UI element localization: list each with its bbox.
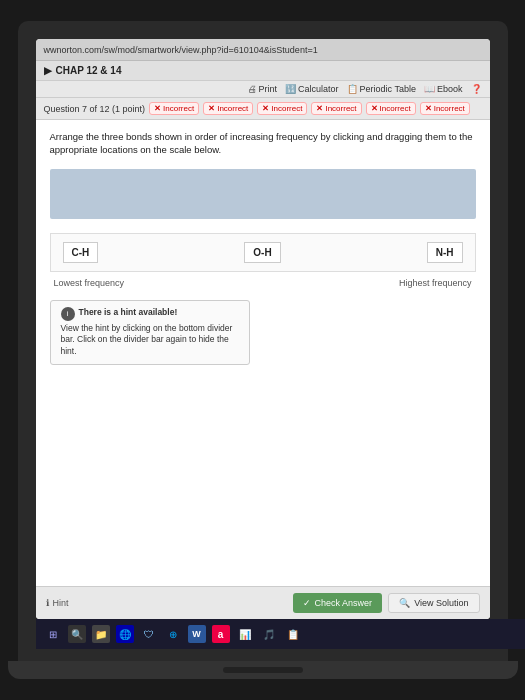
view-solution-button[interactable]: 🔍 View Solution: [388, 593, 479, 613]
attempt-4: ✕ Incorrect: [311, 102, 361, 115]
print-label: Print: [259, 84, 278, 94]
hint-link-label: Hint: [53, 598, 69, 608]
bonds-row: C-H O-H N-H: [50, 233, 476, 272]
x-icon-1: ✕: [154, 104, 161, 113]
chapter-bar: ▶ CHAP 12 & 14: [36, 61, 490, 81]
x-icon-5: ✕: [371, 104, 378, 113]
attempt-4-label: Incorrect: [325, 104, 356, 113]
bottom-bar: ℹ Hint ✓ Check Answer 🔍 View Solution: [36, 586, 490, 619]
laptop-bottom: [8, 661, 518, 679]
browser-bar: wwnorton.com/sw/mod/smartwork/view.php?i…: [36, 39, 490, 61]
question-header: Question 7 of 12 (1 point) ✕ Incorrect ✕…: [36, 98, 490, 120]
files-icon[interactable]: 📁: [92, 625, 110, 643]
ebook-label: Ebook: [437, 84, 463, 94]
attempt-2: ✕ Incorrect: [203, 102, 253, 115]
attempt-2-label: Incorrect: [217, 104, 248, 113]
table-icon: 📋: [347, 84, 358, 94]
laptop-notch: [223, 667, 303, 673]
x-icon-3: ✕: [262, 104, 269, 113]
attempt-6-label: Incorrect: [434, 104, 465, 113]
calculator-button[interactable]: 🔢 Calculator: [285, 84, 339, 94]
check-answer-button[interactable]: ✓ Check Answer: [293, 593, 383, 613]
frequency-labels: Lowest frequency Highest frequency: [50, 278, 476, 288]
chapter-title: CHAP 12 & 14: [56, 65, 122, 76]
hp-icon[interactable]: ⊕: [164, 625, 182, 643]
main-content: Arrange the three bonds shown in order o…: [36, 120, 490, 586]
attempt-1-label: Incorrect: [163, 104, 194, 113]
view-solution-label: View Solution: [414, 598, 468, 608]
toolbar: 🖨 Print 🔢 Calculator 📋 Periodic Table 📖 …: [36, 81, 490, 98]
question-text: Arrange the three bonds shown in order o…: [50, 130, 476, 157]
hint-available-text: There is a hint available!: [79, 307, 178, 319]
attempt-3-label: Incorrect: [271, 104, 302, 113]
edge-icon[interactable]: 🌐: [116, 625, 134, 643]
x-icon-6: ✕: [425, 104, 432, 113]
url-bar: wwnorton.com/sw/mod/smartwork/view.php?i…: [44, 45, 318, 55]
calculator-label: Calculator: [298, 84, 339, 94]
taskbar: ⊞ 🔍 📁 🌐 🛡 ⊕ W a 📊 🎵 📋: [36, 619, 526, 649]
print-icon: 🖨: [248, 84, 257, 94]
attempt-1: ✕ Incorrect: [149, 102, 199, 115]
bond-ch[interactable]: C-H: [63, 242, 99, 263]
attempt-5-label: Incorrect: [380, 104, 411, 113]
calculator-icon: 🔢: [285, 84, 296, 94]
x-icon-4: ✕: [316, 104, 323, 113]
frequency-scale[interactable]: [50, 169, 476, 219]
search-icon[interactable]: 🔍: [68, 625, 86, 643]
attempt-6: ✕ Incorrect: [420, 102, 470, 115]
music-icon[interactable]: 🎵: [260, 625, 278, 643]
check-answer-label: Check Answer: [315, 598, 373, 608]
shield-icon[interactable]: 🛡: [140, 625, 158, 643]
lowest-frequency-label: Lowest frequency: [54, 278, 125, 288]
chapter-arrow: ▶: [44, 65, 52, 76]
text-icon[interactable]: a: [212, 625, 230, 643]
bond-nh[interactable]: N-H: [427, 242, 463, 263]
bond-oh[interactable]: O-H: [244, 242, 280, 263]
highest-frequency-label: Highest frequency: [399, 278, 472, 288]
help-icon: ❓: [471, 84, 482, 94]
ebook-button[interactable]: 📖 Ebook: [424, 84, 463, 94]
hint-link[interactable]: ℹ Hint: [46, 598, 69, 608]
app-icon[interactable]: 📋: [284, 625, 302, 643]
solution-icon: 🔍: [399, 598, 410, 608]
chart-icon[interactable]: 📊: [236, 625, 254, 643]
attempt-5: ✕ Incorrect: [366, 102, 416, 115]
word-icon[interactable]: W: [188, 625, 206, 643]
hint-instruction-text: View the hint by clicking on the bottom …: [61, 323, 233, 357]
help-button[interactable]: ❓: [471, 84, 482, 94]
periodic-table-button[interactable]: 📋 Periodic Table: [347, 84, 416, 94]
periodic-table-label: Periodic Table: [360, 84, 416, 94]
question-number: Question 7 of 12 (1 point): [44, 104, 146, 114]
attempt-3: ✕ Incorrect: [257, 102, 307, 115]
check-icon: ✓: [303, 598, 311, 608]
x-icon-2: ✕: [208, 104, 215, 113]
print-button[interactable]: 🖨 Print: [248, 84, 278, 94]
ebook-icon: 📖: [424, 84, 435, 94]
hint-circle-icon: i: [61, 307, 75, 321]
hint-link-icon: ℹ: [46, 598, 49, 608]
hint-box: i There is a hint available! View the hi…: [50, 300, 250, 366]
start-icon[interactable]: ⊞: [44, 625, 62, 643]
